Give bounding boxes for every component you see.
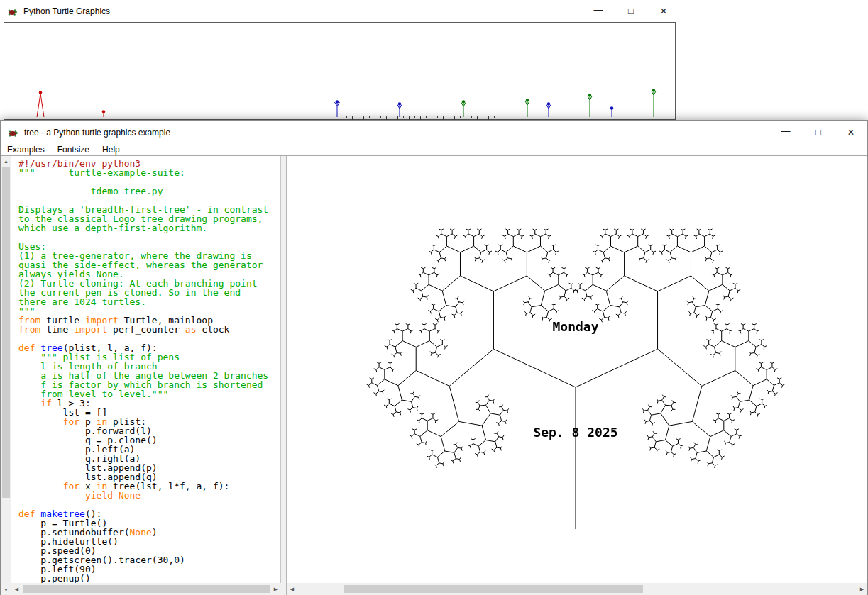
scroll-left-icon[interactable]: ◀ bbox=[287, 584, 297, 594]
desktop: { "scroll_glyphs": { "up": "▲", "down": … bbox=[0, 0, 868, 595]
scroll-right-icon[interactable]: ▶ bbox=[857, 584, 867, 594]
bg-window-titlebar[interactable]: Python Turtle Graphics — □ × bbox=[0, 0, 680, 22]
graphics-pane: MondaySep. 8 2025 ◀ ▶ bbox=[287, 156, 867, 595]
main-content: ▲ ▼ #!/usr/bin/env python3""" turtle-exa… bbox=[1, 155, 867, 595]
bg-window-title: Python Turtle Graphics bbox=[23, 6, 110, 16]
turtle-icon bbox=[7, 127, 18, 138]
fg-window-controls: — □ × bbox=[769, 121, 867, 144]
canvas-label: Monday bbox=[552, 319, 598, 334]
code-line bbox=[18, 233, 280, 242]
code-line: yield None bbox=[18, 491, 280, 500]
minimize-button[interactable]: — bbox=[769, 121, 802, 144]
menu-bar: Examples Fontsize Help bbox=[1, 144, 867, 155]
canvas-label: Sep. 8 2025 bbox=[533, 425, 617, 440]
code-line: tdemo_tree.py bbox=[18, 187, 280, 196]
canvas-horizontal-scrollbar[interactable]: ◀ ▶ bbox=[287, 583, 867, 595]
scroll-up-icon[interactable]: ▲ bbox=[1, 156, 11, 167]
turtle-icon bbox=[6, 6, 18, 17]
menu-fontsize[interactable]: Fontsize bbox=[51, 144, 96, 155]
maximize-button[interactable]: □ bbox=[802, 121, 835, 144]
code-view[interactable]: #!/usr/bin/env python3""" turtle-example… bbox=[11, 156, 281, 583]
code-horizontal-scrollbar[interactable]: ◀ ▶ bbox=[11, 583, 281, 595]
scroll-left-icon[interactable]: ◀ bbox=[11, 584, 22, 594]
code-line: """ turtle-example-suite: bbox=[18, 168, 280, 177]
bg-turtle-canvas bbox=[0, 22, 680, 120]
scrollbar-thumb[interactable] bbox=[344, 585, 643, 593]
maximize-button[interactable]: □ bbox=[615, 0, 647, 22]
fg-window-turtledemo: tree - a Python turtle graphics example … bbox=[0, 120, 868, 595]
close-button[interactable]: × bbox=[835, 121, 867, 144]
menu-examples[interactable]: Examples bbox=[1, 144, 51, 155]
scrollbar-thumb[interactable] bbox=[23, 585, 270, 593]
code-pane: #!/usr/bin/env python3""" turtle-example… bbox=[11, 156, 281, 595]
fg-window-titlebar[interactable]: tree - a Python turtle graphics example … bbox=[1, 121, 867, 144]
code-line: there are 1024 turtles. bbox=[18, 297, 280, 306]
bg-window-controls: — □ × bbox=[582, 0, 680, 22]
menu-help[interactable]: Help bbox=[96, 144, 126, 155]
scroll-right-icon[interactable]: ▶ bbox=[270, 584, 281, 594]
pane-divider bbox=[281, 156, 287, 595]
turtle-graphics-view: MondaySep. 8 2025 bbox=[287, 156, 867, 583]
scrollbar-thumb[interactable] bbox=[2, 167, 10, 498]
fg-window-title: tree - a Python turtle graphics example bbox=[24, 128, 170, 138]
bg-window-python-turtle-graphics: Python Turtle Graphics — □ × bbox=[0, 0, 680, 120]
turtle-canvas bbox=[287, 156, 867, 583]
code-vertical-scrollbar[interactable]: ▲ ▼ bbox=[1, 156, 11, 595]
scroll-down-icon[interactable]: ▼ bbox=[1, 584, 11, 595]
minimize-button[interactable]: — bbox=[582, 0, 615, 22]
code-lines: #!/usr/bin/env python3""" turtle-example… bbox=[18, 159, 280, 583]
close-button[interactable]: × bbox=[647, 0, 680, 22]
code-line: which use a depth-first-algorithm. bbox=[18, 223, 280, 233]
code-line: from time import perf_counter as clock bbox=[18, 325, 280, 334]
